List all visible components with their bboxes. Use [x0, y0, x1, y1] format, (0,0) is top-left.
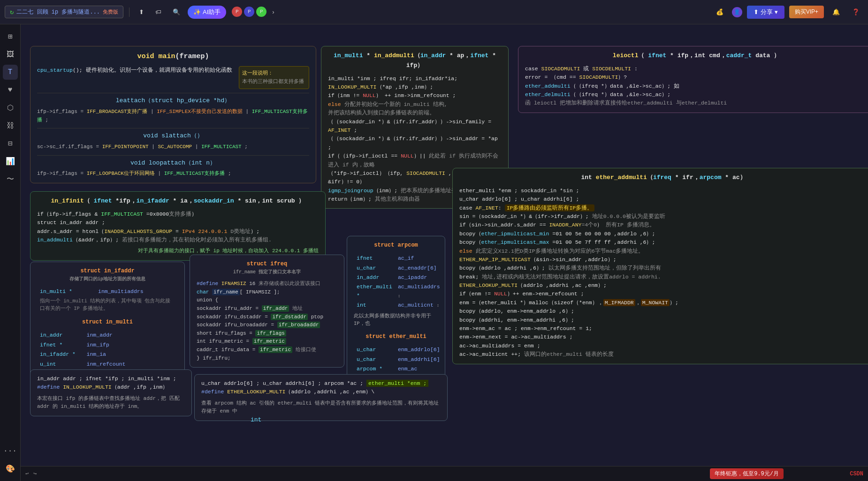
- sidebar-palette[interactable]: 🎨: [3, 461, 18, 476]
- share-label: 分享: [761, 8, 773, 16]
- in-lookup-body: in_addr addr ; ifnet *ifp ; in_multi *in…: [37, 375, 185, 411]
- main-func-title: void main(framep): [37, 51, 309, 62]
- sidebar-grid[interactable]: ⊟: [3, 136, 18, 151]
- in-ifaddr-title: struct in_ifaddr 存储了网口的ip地址方面的所有信息: [37, 267, 178, 283]
- in-ifinit-title: in_ifinit（ ifnet *ifp，in_ifaddr * ia，soc…: [37, 196, 319, 206]
- ai-icon: ✨: [193, 8, 201, 15]
- in-ifaddr-table: in_multi * inm_multiaddrs 指向一个 in_multi …: [37, 287, 178, 313]
- ether-addmulti-title: int ether_addmulti（ifreq * ifr，arpcom * …: [459, 173, 868, 183]
- share-icon: ⬆: [754, 8, 759, 15]
- arpcom-note: 此以太网多播数据结构并非专用于IP，也: [354, 312, 438, 328]
- sidebar: ⊞ 🖼 T ♥ ⬡ ⛓ ⊟ 📊 〜 ··· 🎨: [0, 24, 21, 481]
- bottom-bar: ↩ ↪ 年终钜惠，低至9.9元/月 CSDN: [21, 466, 868, 481]
- ether-addmulti-body: ether_multi *enm ; sockaddr_in *sin ; u_…: [459, 187, 868, 359]
- int-keyword: int: [251, 416, 261, 423]
- ether-addmulti-card: int ether_addmulti（ifreq * ifr，arpcom * …: [452, 168, 868, 364]
- avatar-3: P: [256, 7, 266, 17]
- sidebar-layers[interactable]: ⊞: [3, 29, 18, 44]
- sidebar-image[interactable]: 🖼: [3, 47, 18, 62]
- ether-lookup-card: u_char addrlo[6] ; u_char addrhi[6] ; ar…: [194, 374, 448, 421]
- arpcom-title: struct arpcom: [354, 241, 438, 250]
- bell-btn[interactable]: 🔔: [829, 7, 844, 17]
- ai-btn[interactable]: ✨ AI助手: [188, 6, 226, 19]
- undo-icon[interactable]: ↩: [25, 470, 29, 477]
- tab-label: 二二七 回顾 ip 多播与隧道...: [16, 8, 100, 16]
- toolbar: ↻ 二二七 回顾 ip 多播与隧道... 免费版 ⬆ 🏷 🔍 ✨ AI助手 P …: [0, 0, 868, 24]
- in-addmulti-title: in_multi * in_addmulti（in_addr * ap，ifne…: [328, 51, 502, 71]
- main-func-line1: cpu_startup(); 硬件初始化。识别一个设备，就调用设备专用的初始化函…: [37, 66, 234, 75]
- sidebar-link[interactable]: ⛓: [3, 118, 18, 133]
- share-btn[interactable]: ⬆ 分享 ▾: [747, 6, 784, 19]
- help-btn[interactable]: ❓: [848, 7, 863, 17]
- ifreq-title: struct ifreq ifr_name 指定了接口文本名字: [197, 260, 337, 276]
- share-chevron: ▾: [775, 8, 778, 15]
- more-avatars-btn[interactable]: ›: [268, 7, 278, 17]
- ifreq-body: #define IFNAMSIZ 16 来存储或者以此设置该接口 char if…: [197, 280, 337, 362]
- separator: [129, 8, 129, 17]
- upload-btn[interactable]: ⬆: [135, 7, 148, 17]
- active-tab[interactable]: ↻ 二二七 回顾 ip 多播与隧道... 免费版: [5, 6, 123, 18]
- leattach-section: leattach（struct hp_device *hd） ifp->if_f…: [37, 93, 309, 124]
- in-lookup-card: in_addr addr ; ifnet *ifp ; in_multi *in…: [30, 369, 192, 416]
- vip-btn[interactable]: 购买VIP+: [789, 6, 824, 18]
- user-avatar: 👤: [732, 7, 742, 17]
- avatar-2: P: [244, 7, 254, 17]
- sidebar-heart[interactable]: ♥: [3, 83, 18, 98]
- main-func-note: 这一段说明： 本书的三种接口都支持多播: [239, 66, 309, 89]
- csdn-logo: CSDN: [850, 471, 863, 477]
- ai-label: AI助手: [203, 8, 221, 16]
- leioctl-title: leioctl（ ifnet * ifp，int cmd，caddr_t dat…: [525, 51, 868, 61]
- leioctl-body: case SIOCADDMULTI 或 SIOCDELMULTI : error…: [525, 65, 868, 108]
- ifreq-card: struct ifreq ifr_name 指定了接口文本名字 #define …: [190, 255, 344, 368]
- leioctl-card: leioctl（ ifnet * ifp，int cmd，caddr_t dat…: [518, 46, 868, 113]
- avatar-1: P: [232, 7, 242, 17]
- search-btn[interactable]: 🔍: [169, 7, 184, 17]
- slattach-section: void slattach（） sc->sc_if.if_flags = IFF…: [37, 128, 309, 151]
- promo-badge[interactable]: 年终钜惠，低至9.9元/月: [710, 468, 784, 479]
- avatar-group: P P P ›: [232, 7, 278, 17]
- sidebar-text[interactable]: T: [3, 65, 18, 80]
- in-ifinit-card: in_ifinit（ ifnet *ifp，in_ifaddr * ia，soc…: [30, 191, 326, 261]
- sidebar-chart[interactable]: 📊: [3, 154, 18, 169]
- main-func-card: void main(framep) cpu_startup(); 硬件初始化。识…: [30, 46, 316, 183]
- sidebar-wavy[interactable]: 〜: [3, 172, 18, 187]
- sidebar-more[interactable]: ···: [3, 443, 18, 458]
- wallet-icon-btn[interactable]: 💰: [712, 7, 727, 17]
- top-right-actions: 💰 👤 ⬆ 分享 ▾ 购买VIP+ 🔔 ❓: [712, 6, 863, 19]
- arpcom-table: ifnetac_if u_charac_enaddr[6] in_addrac_…: [354, 254, 443, 310]
- sidebar-shapes[interactable]: ⬡: [3, 100, 18, 115]
- main-area: void main(framep) cpu_startup(); 硬件初始化。识…: [21, 24, 868, 481]
- loopattach-section: void loopattach（int n） ifp->if_flags = I…: [37, 155, 309, 178]
- ether-lookup-body: u_char addrlo[6] ; u_char addrhi[6] ; ar…: [201, 379, 441, 416]
- redo-icon[interactable]: ↪: [33, 470, 37, 477]
- tab-badge: 免费版: [103, 8, 118, 15]
- in-ifinit-body: if（ifp->if_flags & IFF_MULTICAST =0x8000…: [37, 210, 319, 245]
- canvas: void main(framep) cpu_startup(); 硬件初始化。识…: [21, 41, 868, 481]
- tag-btn[interactable]: 🏷: [152, 7, 165, 17]
